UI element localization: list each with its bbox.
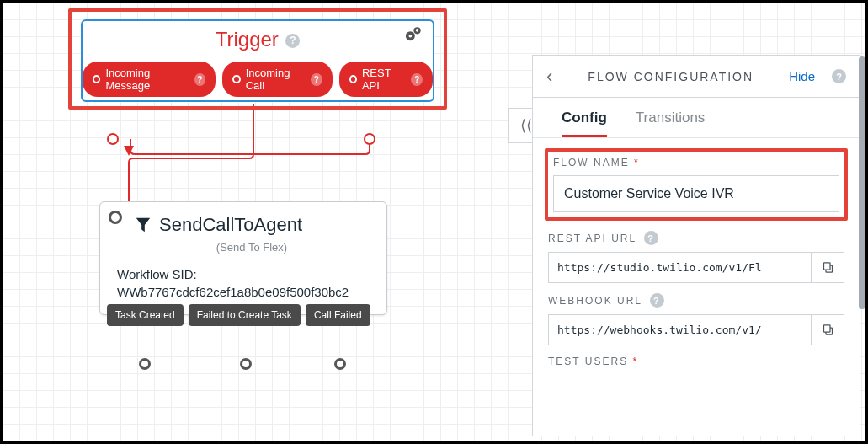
help-icon[interactable]: ? bbox=[644, 231, 658, 245]
rest-api-url-field[interactable]: https://studio.twilio.com/v1/Fl bbox=[548, 252, 811, 283]
copy-icon bbox=[822, 324, 834, 336]
chevron-double-left-icon: ⟨⟨ bbox=[520, 116, 532, 135]
widget-input-port[interactable] bbox=[109, 211, 122, 224]
webhook-url-field[interactable]: https://webhooks.twilio.com/v1/ bbox=[548, 314, 811, 345]
copy-button[interactable] bbox=[811, 252, 844, 283]
required-star: * bbox=[632, 356, 638, 367]
widget-subtitle: (Send To Flex) bbox=[134, 241, 370, 254]
out-pill-call-failed[interactable]: Call Failed bbox=[306, 304, 370, 326]
help-icon[interactable]: ? bbox=[650, 293, 664, 308]
scrollbar-thumb[interactable] bbox=[859, 56, 865, 309]
trigger-pill-incoming-call[interactable]: Incoming Call ? bbox=[222, 62, 332, 97]
flow-name-label: FLOW NAME bbox=[553, 157, 630, 169]
rest-api-url-label: REST API URL bbox=[548, 233, 636, 244]
trigger-pill-rest-api[interactable]: REST API ? bbox=[339, 62, 434, 97]
help-icon[interactable]: ? bbox=[194, 73, 206, 86]
trigger-title: Trigger bbox=[216, 28, 279, 51]
svg-point-2 bbox=[409, 35, 413, 38]
output-port[interactable] bbox=[139, 358, 151, 370]
help-icon[interactable]: ? bbox=[285, 34, 300, 48]
flex-icon bbox=[134, 216, 152, 234]
workflow-sid-value: WWb7767cdcf62cef1a8b0e09f500f30bc2 bbox=[117, 283, 370, 301]
out-pill-failed-create[interactable]: Failed to Create Task bbox=[189, 304, 301, 326]
flow-name-input[interactable] bbox=[553, 175, 839, 212]
canvas[interactable]: Trigger ? Incoming Message ? Incoming Ca… bbox=[3, 3, 865, 441]
svg-rect-6 bbox=[823, 263, 830, 270]
back-button[interactable]: ‹ bbox=[546, 66, 552, 88]
svg-marker-0 bbox=[124, 146, 134, 156]
copy-button[interactable] bbox=[811, 314, 844, 345]
send-call-to-agent-widget[interactable]: SendCallToAgent (Send To Flex) Workflow … bbox=[99, 201, 387, 315]
required-star: * bbox=[634, 157, 640, 169]
tab-transitions[interactable]: Transitions bbox=[636, 110, 706, 137]
trigger-widget[interactable]: Trigger ? Incoming Message ? Incoming Ca… bbox=[81, 19, 434, 102]
copy-icon bbox=[822, 261, 834, 274]
test-users-label: TEST USERS bbox=[548, 356, 628, 367]
output-port[interactable] bbox=[334, 358, 346, 370]
port-out-icon[interactable] bbox=[349, 75, 357, 83]
widget-title: SendCallToAgent bbox=[134, 214, 302, 236]
pill-label: Incoming Message bbox=[105, 67, 189, 92]
help-icon[interactable]: ? bbox=[311, 73, 322, 86]
pill-label: REST API bbox=[362, 67, 407, 92]
hide-button[interactable]: Hide bbox=[789, 69, 815, 83]
connector-port[interactable] bbox=[107, 133, 119, 145]
panel-title: FLOW CONFIGURATION bbox=[566, 70, 775, 83]
config-panel: ‹ FLOW CONFIGURATION Hide ? Config Trans… bbox=[532, 55, 860, 436]
settings-gears-icon[interactable] bbox=[404, 25, 423, 45]
tab-config[interactable]: Config bbox=[562, 110, 607, 137]
workflow-sid-label: Workflow SID: bbox=[117, 265, 370, 283]
help-icon[interactable]: ? bbox=[411, 73, 423, 86]
port-out-icon[interactable] bbox=[232, 75, 240, 83]
output-port[interactable] bbox=[240, 358, 252, 370]
flow-name-highlight: FLOW NAME * bbox=[545, 148, 848, 221]
svg-point-4 bbox=[416, 29, 418, 32]
out-pill-task-created[interactable]: Task Created bbox=[107, 304, 184, 326]
connector-port[interactable] bbox=[364, 133, 375, 145]
svg-rect-8 bbox=[823, 325, 830, 332]
help-icon[interactable]: ? bbox=[832, 69, 846, 83]
pill-label: Incoming Call bbox=[246, 67, 306, 92]
trigger-pill-incoming-message[interactable]: Incoming Message ? bbox=[83, 62, 216, 97]
port-out-icon[interactable] bbox=[93, 75, 100, 83]
panel-scrollbar[interactable] bbox=[859, 56, 865, 436]
webhook-url-label: WEBHOOK URL bbox=[548, 295, 642, 307]
